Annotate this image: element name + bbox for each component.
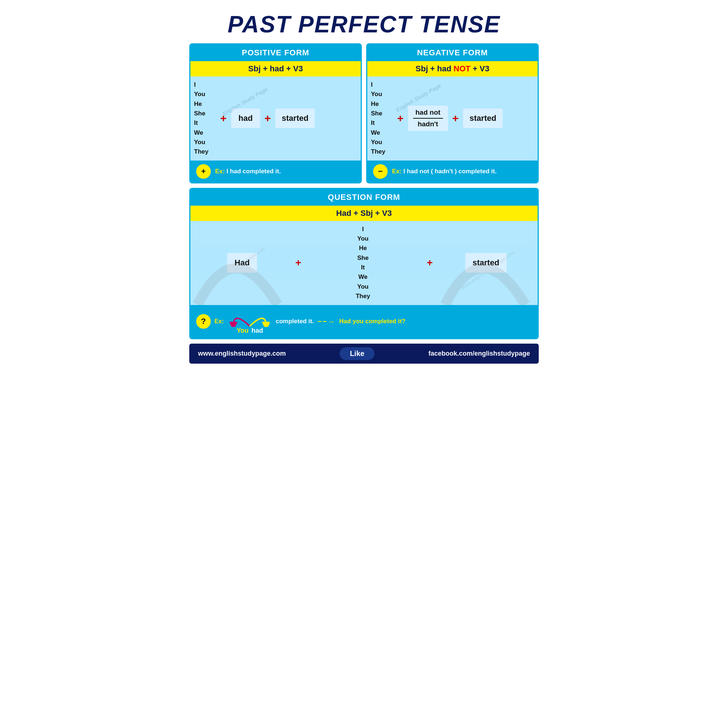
q-arrow-text: Had you completed it?	[339, 318, 405, 325]
neg-formula-suffix: + V3	[471, 64, 489, 73]
main-title: PAST PERFECT TENSE	[189, 7, 539, 43]
positive-header: POSITIVE FORM	[190, 44, 361, 61]
positive-pronouns: IYouHeSheItWeYouThey	[194, 80, 216, 157]
top-panels: POSITIVE FORM Sbj + had + V3 English Stu…	[189, 43, 539, 184]
arch-arrow-area: You had	[230, 309, 270, 335]
q-arrow-text-strong: Had you completed it?	[339, 318, 405, 325]
negative-ex-text: I had not ( hadn't ) completed it.	[403, 168, 497, 175]
positive-v3: started	[275, 109, 315, 128]
negative-v3: started	[463, 109, 503, 128]
footer-left: www.englishstudypage.com	[198, 350, 286, 358]
question-example-bar: ? Ex:	[190, 305, 538, 338]
q-pronouns-col: IYouHeSheItWeYouThey	[303, 221, 425, 305]
positive-body: English Study Page IYouHeSheItWeYouThey …	[190, 76, 361, 161]
page: PAST PERFECT TENSE POSITIVE FORM Sbj + h…	[182, 0, 546, 367]
positive-panel: POSITIVE FORM Sbj + had + V3 English Stu…	[189, 43, 362, 184]
positive-ex-text: I had completed it.	[226, 168, 281, 175]
positive-example-bar: + Ex: I had completed it.	[190, 161, 361, 182]
negative-plus1: +	[393, 112, 408, 124]
q-completed: completed it.	[275, 318, 314, 325]
q-ex-label: Ex:	[214, 318, 224, 325]
q-v3: started	[465, 253, 506, 273]
q-v3-col: started	[434, 249, 538, 276]
positive-plus1: +	[216, 112, 231, 124]
positive-had: had	[231, 109, 260, 128]
negative-badge: −	[373, 164, 388, 179]
question-panel: QUESTION FORM Had + Sbj + V3 www.english…	[189, 188, 539, 339]
footer-right: facebook.com/englishstudypage	[428, 350, 530, 358]
q-plus1: +	[294, 257, 303, 269]
positive-ex-label: Ex:	[215, 168, 225, 175]
q-ex-label-text: Ex:	[214, 318, 224, 325]
q-had-word: had	[252, 327, 263, 335]
question-formula: Had + Sbj + V3	[190, 206, 538, 221]
footer: www.englishstudypage.com Like facebook.c…	[189, 344, 539, 364]
arch-arrow-svg	[230, 309, 270, 327]
negative-formula: Sbj + had NOT + V3	[367, 61, 538, 76]
q-had: Had	[227, 253, 257, 273]
neg-formula-prefix: Sbj + had	[416, 64, 454, 73]
negative-verb-cell: had not hadn't	[408, 106, 448, 131]
negative-panel: NEGATIVE FORM Sbj + had NOT + V3 English…	[366, 43, 539, 184]
negative-example: Ex: I had not ( hadn't ) completed it.	[392, 168, 497, 175]
neg-had-not: had not	[413, 109, 443, 116]
negative-ex-label: Ex:	[392, 168, 401, 175]
like-badge[interactable]: Like	[340, 347, 375, 360]
question-badge: ?	[196, 314, 211, 329]
q-had-col: Had	[190, 249, 294, 276]
negative-example-bar: − Ex: I had not ( hadn't ) completed it.	[367, 161, 538, 182]
positive-plus2: +	[260, 112, 275, 124]
neg-formula-not: NOT	[454, 64, 470, 73]
q-plus2: +	[425, 257, 434, 269]
negative-header: NEGATIVE FORM	[367, 44, 538, 61]
positive-badge: +	[196, 164, 211, 179]
arrow-words: You had	[237, 327, 263, 335]
q-pronouns: IYouHeSheItWeYouThey	[353, 225, 375, 301]
question-body: www.englishstudypage.com www.englishstud…	[190, 221, 538, 305]
positive-formula: Sbj + had + V3	[190, 61, 361, 76]
question-header: QUESTION FORM	[190, 189, 538, 206]
negative-body: English Study Page IYouHeSheItWeYouThey …	[367, 76, 538, 161]
dash-arrow: −−→	[317, 317, 335, 326]
negative-pronouns: IYouHeSheItWeYouThey	[371, 80, 393, 157]
neg-hadnt: hadn't	[413, 120, 443, 128]
positive-example: Ex: I had completed it.	[215, 168, 281, 175]
q-you-word: You	[237, 327, 249, 335]
neg-divider	[413, 118, 443, 119]
negative-plus2: +	[448, 112, 463, 124]
